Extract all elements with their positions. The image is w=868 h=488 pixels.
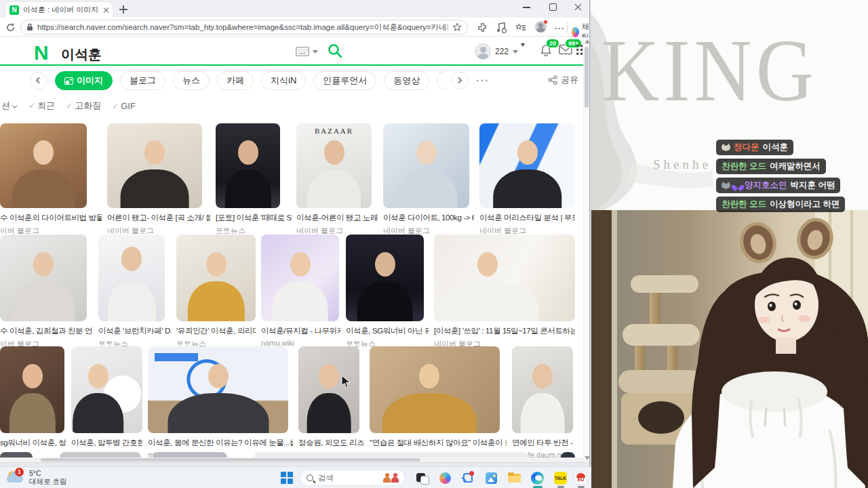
- account-area[interactable]: 222: [475, 43, 518, 60]
- result-title[interactable]: 어른이 됐고- 이석훈 [곡 소개/ 듣기...: [107, 213, 210, 223]
- result-title[interactable]: [이석훈] '쓰임' : 11월 15일~17일 콘서트하는데 보러 ...: [434, 326, 575, 336]
- eu-app-icon[interactable]: EU: [574, 470, 589, 485]
- result-title[interactable]: 이석훈-어른이 됐고 노래가...: [296, 213, 378, 223]
- tab-video[interactable]: 동영상: [384, 71, 429, 90]
- edge-browser-icon[interactable]: [530, 470, 545, 485]
- mail-icon[interactable]: 99+: [559, 44, 572, 58]
- result-image[interactable]: [370, 346, 500, 433]
- lock-icon: [26, 23, 33, 31]
- result-title[interactable]: 연예인 타투 반전 - 악플...: [512, 438, 573, 448]
- result-image[interactable]: [479, 123, 575, 208]
- result-image[interactable]: BAZAAR: [296, 123, 372, 208]
- hscrollbar-thumb[interactable]: [41, 458, 420, 462]
- task-view-icon[interactable]: [415, 470, 430, 485]
- result-image[interactable]: [512, 346, 573, 433]
- result-title[interactable]: 이석훈/뮤지컬 - 나무위키 ...: [261, 326, 340, 336]
- taskbar-search-box[interactable]: 검색: [300, 470, 406, 486]
- vertical-scrollbar[interactable]: [583, 37, 589, 462]
- naver-logo[interactable]: N: [34, 43, 49, 63]
- notification-bell-icon[interactable]: 20: [540, 44, 552, 60]
- magazine-masthead: BAZAAR: [296, 127, 372, 135]
- tab-news[interactable]: 뉴스: [173, 71, 210, 90]
- tab-cafe[interactable]: 카페: [217, 71, 254, 90]
- result-image[interactable]: [0, 235, 87, 321]
- result-image[interactable]: [216, 123, 280, 208]
- browser-profile-avatar[interactable]: [535, 21, 547, 33]
- tabs-scroll-right-button[interactable]: [451, 72, 469, 89]
- tab-close-icon[interactable]: [103, 7, 108, 13]
- result-title[interactable]: 이석훈 다이어트, 100kg -> 62kg ...: [383, 213, 474, 223]
- result-title[interactable]: 이석훈 '브런치카페' DJ 3년...: [98, 326, 171, 336]
- result-title[interactable]: 수 이석훈, 김희철과 친분 언급...: [0, 326, 93, 336]
- result-image[interactable]: [383, 123, 469, 208]
- result-image[interactable]: [71, 346, 142, 433]
- result-title[interactable]: 이석훈, 몸에 문신한 이유는? 이유에 눈물...놀란 엄...: [148, 438, 293, 448]
- tab-title: 이석훈 : 네이버 이미지검색: [23, 5, 99, 15]
- refresh-icon[interactable]: [5, 22, 16, 33]
- result-image[interactable]: [148, 346, 288, 433]
- result-title[interactable]: 이석훈, SG워너비 아닌 뮤...: [346, 326, 429, 336]
- start-button[interactable]: [281, 472, 293, 484]
- filter-hd[interactable]: ✓고화질: [66, 100, 101, 112]
- search-submit-icon[interactable]: [327, 43, 343, 59]
- result-title[interactable]: sg워너비 이석훈, 쌍커...: [0, 438, 66, 448]
- file-explorer-icon[interactable]: [507, 470, 522, 485]
- result-title[interactable]: '유죄인간' 이석훈, 의리마...: [176, 326, 256, 336]
- tab-influencer[interactable]: 인플루언서: [313, 71, 376, 90]
- result-title[interactable]: 이석훈, 암투병 간호한 ...: [71, 438, 142, 448]
- result-image[interactable]: [261, 235, 339, 321]
- extensions-icon[interactable]: [477, 22, 488, 33]
- result-title[interactable]: 정승원, 외모도 리즈 경...: [298, 438, 364, 448]
- result-image[interactable]: [98, 235, 165, 321]
- new-tab-button[interactable]: [118, 4, 129, 15]
- user-avatar[interactable]: [475, 43, 491, 60]
- tab-kin[interactable]: 지식iN: [261, 71, 306, 90]
- result-title[interactable]: [포토] 이석훈 '때때로 SG워...: [216, 213, 292, 223]
- keyboard-input-tool[interactable]: [296, 47, 318, 56]
- photos-app-icon[interactable]: [484, 470, 499, 485]
- scroll-up-icon[interactable]: [585, 39, 589, 43]
- header-divider: [0, 64, 589, 66]
- share-button[interactable]: 공유: [548, 74, 578, 86]
- filter-gif[interactable]: ✓GIF: [112, 101, 136, 111]
- horizontal-scrollbar[interactable]: [0, 458, 583, 462]
- option-dropdown[interactable]: 션: [1, 100, 18, 112]
- more-tabs-icon[interactable]: ···: [476, 75, 490, 86]
- scrollbar-thumb[interactable]: [585, 47, 589, 108]
- window-minimize-icon[interactable]: [523, 3, 531, 11]
- profile-notification-dot: [543, 20, 548, 24]
- favorite-star-icon[interactable]: [452, 22, 462, 32]
- copilot-taskbar-icon[interactable]: [438, 470, 453, 485]
- result-title[interactable]: 이석훈 머리스타일 분석 | 부드럽고...: [479, 213, 575, 223]
- taskbar-weather-widget[interactable]: 1 5°C 대체로 흐림: [7, 469, 66, 485]
- media-controls-icon[interactable]: [496, 22, 507, 33]
- result-image[interactable]: [176, 235, 256, 321]
- tabs-scroll-left-button[interactable]: [30, 72, 47, 89]
- address-bar[interactable]: https://search.naver.com/search.naver?sm…: [20, 20, 468, 35]
- result-image[interactable]: [434, 235, 575, 321]
- result-image[interactable]: [0, 123, 87, 208]
- tab-partial[interactable]: [437, 71, 446, 90]
- filter-recent[interactable]: ✓최근: [28, 100, 55, 112]
- kakaotalk-icon[interactable]: TALK: [553, 470, 568, 485]
- result-title[interactable]: "연습은 절대 배신하지 않아요" 이석훈이 잘될 ...: [370, 438, 507, 448]
- result-title[interactable]: 수 이석훈의 다이어트비법 방울토마...: [0, 213, 102, 223]
- search-query-input[interactable]: 이석훈: [61, 45, 102, 64]
- result-image[interactable]: [346, 235, 424, 321]
- webcam-video: [591, 210, 868, 488]
- copilot-icon: [572, 27, 579, 37]
- tab-image[interactable]: 이미지: [55, 71, 113, 90]
- collections-icon[interactable]: [515, 22, 526, 33]
- browser-menu-icon[interactable]: ···: [555, 24, 565, 33]
- result-image[interactable]: [107, 123, 202, 208]
- tab-blog[interactable]: 블로그: [120, 71, 165, 90]
- browser-tab[interactable]: N 이석훈 : 네이버 이미지검색: [5, 2, 113, 18]
- window-close-icon[interactable]: [574, 3, 583, 11]
- snipping-tool-icon[interactable]: [461, 470, 476, 485]
- image-tab-icon: [64, 77, 73, 85]
- result-image[interactable]: [298, 346, 359, 433]
- search-highlight-icon: [383, 473, 391, 483]
- result-image[interactable]: [0, 346, 64, 433]
- scroll-down-icon[interactable]: [585, 456, 589, 460]
- window-maximize-icon[interactable]: [549, 3, 557, 11]
